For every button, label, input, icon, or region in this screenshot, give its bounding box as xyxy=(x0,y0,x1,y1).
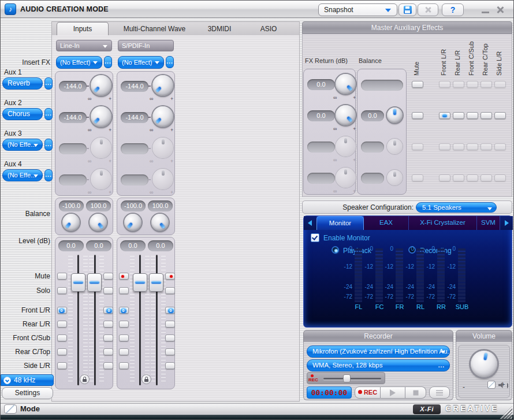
tab-asio[interactable]: ASIO xyxy=(248,22,289,36)
side-lr-right-button[interactable] xyxy=(103,362,113,369)
fader-handle-right[interactable] xyxy=(149,273,163,292)
front-csub-right-button[interactable] xyxy=(103,334,113,341)
aux2-send-knob[interactable] xyxy=(152,106,173,127)
solo-right-button[interactable] xyxy=(165,287,175,294)
help-button[interactable]: ? xyxy=(442,3,464,16)
front-lr-right-button[interactable]: 0 xyxy=(103,307,113,314)
side-lr-right-button[interactable] xyxy=(165,362,175,369)
master-route-1-side-lr xyxy=(494,81,506,88)
recorder-format-row[interactable]: WMA, Stereo, 128 kbps ... xyxy=(307,359,450,371)
rear-lr-left-button[interactable] xyxy=(119,321,129,328)
aux4-edit-button[interactable]: ... xyxy=(44,169,53,181)
snapshot-save-button[interactable] xyxy=(398,3,416,16)
rec-level-handle[interactable] xyxy=(343,374,351,382)
record-button[interactable]: REC xyxy=(355,386,381,399)
insert-fx-edit-button[interactable]: ... xyxy=(166,56,174,68)
aux3-edit-button[interactable]: ... xyxy=(44,139,53,151)
recorder-device-dropdown[interactable]: Mikrofon (Zvukové zařízení High Definiti… xyxy=(307,345,450,358)
rear-lr-right-button[interactable] xyxy=(165,321,175,328)
rear-lr-left-button[interactable] xyxy=(57,321,67,328)
sample-rate-button[interactable]: 48 kHz xyxy=(1,374,54,386)
minimize-button[interactable] xyxy=(482,12,489,13)
master-mute-1-button[interactable] xyxy=(412,81,423,88)
aux1-send-knob[interactable] xyxy=(152,75,173,96)
gang-lock-button[interactable] xyxy=(80,374,90,384)
snapshot-dropdown[interactable]: Snapshot xyxy=(318,3,397,16)
play-button[interactable] xyxy=(381,386,405,399)
tab-eax[interactable]: EAX xyxy=(364,216,409,230)
tab-inputs[interactable]: Inputs xyxy=(57,22,109,36)
solo-left-button[interactable] xyxy=(119,287,129,294)
rear-ctop-left-button[interactable] xyxy=(119,348,129,355)
playlist-button[interactable] xyxy=(429,386,450,399)
rear-lr-right-button[interactable] xyxy=(103,321,113,328)
aux1-edit-button[interactable]: ... xyxy=(44,77,53,90)
master-route-2-rear-lr[interactable] xyxy=(453,112,464,119)
solo-right-button[interactable] xyxy=(103,287,113,294)
tabs-scroll-left-button[interactable] xyxy=(304,216,316,230)
side-lr-left-button[interactable] xyxy=(57,362,67,369)
fader-handle-left[interactable] xyxy=(133,273,147,292)
fader-handle-left[interactable] xyxy=(71,273,85,292)
snapshot-delete-button[interactable] xyxy=(418,3,438,16)
front-lr-right-button[interactable]: 0 xyxy=(165,307,175,314)
enable-monitor-checkbox[interactable] xyxy=(311,233,319,242)
tab-monitor[interactable]: Monitor xyxy=(316,216,364,230)
master-route-2-front-lr[interactable] xyxy=(439,112,450,119)
tab-svm[interactable]: SVM xyxy=(477,216,500,230)
insert-fx-dropdown[interactable]: (No Effect) xyxy=(118,56,164,69)
front-csub-left-button[interactable] xyxy=(119,334,129,341)
tab-3dmidi[interactable]: 3DMIDI xyxy=(193,22,245,36)
rear-ctop-left-button[interactable] xyxy=(57,348,67,355)
front-csub-right-button[interactable] xyxy=(165,334,175,341)
aux2-edit-button[interactable]: ... xyxy=(44,108,53,120)
solo-left-button[interactable] xyxy=(57,287,67,294)
side-lr-left-button[interactable] xyxy=(119,362,129,369)
balance-left-knob[interactable] xyxy=(62,214,80,231)
aux2-send-knob[interactable] xyxy=(91,106,111,127)
front-lr-left-button[interactable]: 0 xyxy=(57,307,67,314)
balance-right-knob[interactable] xyxy=(90,214,107,231)
master-balance-2-knob[interactable] xyxy=(387,107,403,123)
insert-fx-dropdown[interactable]: (No Effect) xyxy=(56,56,102,69)
aux1-effect-button[interactable]: Reverb xyxy=(2,77,43,90)
balance-right-knob[interactable] xyxy=(151,214,169,231)
gang-lock-button[interactable] xyxy=(141,374,151,384)
master-route-2-front-csub[interactable] xyxy=(467,112,478,119)
aux3-effect-dropdown[interactable]: (No Effe... xyxy=(2,139,43,151)
rear-ctop-right-button[interactable] xyxy=(103,348,113,355)
fx-return-1-knob[interactable] xyxy=(336,74,356,94)
rec-level-slider[interactable]: REC xyxy=(307,372,385,384)
mode-icon xyxy=(4,404,17,414)
aux1-send-knob[interactable] xyxy=(91,75,111,96)
master-route-3-front-csub xyxy=(467,143,478,150)
tab-xfi-crystalizer[interactable]: X-Fi Crystalizer xyxy=(409,216,477,230)
master-route-2-rear-ctop[interactable] xyxy=(481,112,492,119)
source-dropdown[interactable]: S/PDIF-In xyxy=(118,40,174,51)
fader-handle-right[interactable] xyxy=(87,273,102,292)
volume-knob[interactable] xyxy=(471,351,497,377)
master-route-2-side-lr[interactable] xyxy=(494,112,506,119)
mute-right-button[interactable] xyxy=(103,273,113,280)
fx-return-2-knob[interactable] xyxy=(336,105,356,125)
mute-toggle-button[interactable] xyxy=(487,381,496,389)
insert-fx-edit-button[interactable]: ... xyxy=(104,56,112,68)
source-dropdown[interactable]: Line-In xyxy=(56,40,112,51)
aux4-effect-dropdown[interactable]: (No Effe... xyxy=(2,169,43,181)
mute-left-button[interactable] xyxy=(57,273,67,280)
settings-button[interactable]: Settings xyxy=(2,387,53,399)
tab-multichannel-wave[interactable]: Multi-Channel Wave xyxy=(116,22,193,36)
stop-button[interactable] xyxy=(405,386,426,399)
speaker-config-dropdown[interactable]: 5.1 Speakers xyxy=(416,202,497,213)
front-lr-left-button[interactable]: 0 xyxy=(119,307,129,314)
rear-ctop-right-button[interactable] xyxy=(165,348,175,355)
master-mute-2-button[interactable] xyxy=(412,112,423,119)
front-csub-left-button[interactable] xyxy=(57,334,67,341)
mute-left-button[interactable] xyxy=(119,273,129,280)
balance-left-knob[interactable] xyxy=(124,214,141,231)
close-button[interactable] xyxy=(496,6,504,13)
tabs-scroll-right-button[interactable] xyxy=(500,216,513,230)
aux2-effect-button[interactable]: Chorus xyxy=(2,108,43,120)
mute-right-button[interactable] xyxy=(165,273,175,280)
format-edit-button[interactable]: ... xyxy=(438,360,445,371)
